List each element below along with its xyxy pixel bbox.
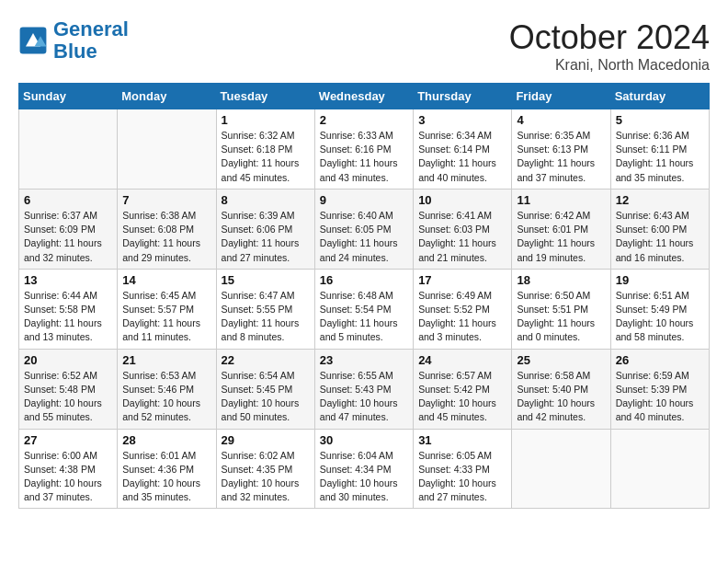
weekday-header: Thursday xyxy=(414,84,512,109)
day-number: 4 xyxy=(517,113,605,127)
day-number: 23 xyxy=(320,353,408,367)
day-number: 13 xyxy=(24,273,112,287)
day-number: 21 xyxy=(122,353,210,367)
day-number: 24 xyxy=(418,353,506,367)
day-info: Sunrise: 6:02 AMSunset: 4:35 PMDaylight:… xyxy=(222,449,310,505)
day-number: 19 xyxy=(616,273,704,287)
calendar-cell xyxy=(118,109,216,190)
day-number: 14 xyxy=(122,273,210,287)
day-number: 25 xyxy=(517,353,605,367)
day-info: Sunrise: 6:58 AMSunset: 5:40 PMDaylight:… xyxy=(517,369,605,425)
day-info: Sunrise: 6:38 AMSunset: 6:08 PMDaylight:… xyxy=(122,209,210,265)
day-info: Sunrise: 6:42 AMSunset: 6:01 PMDaylight:… xyxy=(517,209,605,265)
calendar-cell: 14Sunrise: 6:45 AMSunset: 5:57 PMDayligh… xyxy=(118,269,216,349)
day-number: 28 xyxy=(122,433,210,447)
day-info: Sunrise: 6:48 AMSunset: 5:54 PMDaylight:… xyxy=(320,289,408,345)
day-info: Sunrise: 6:53 AMSunset: 5:46 PMDaylight:… xyxy=(122,369,210,425)
weekday-header: Saturday xyxy=(610,84,709,109)
calendar-week-row: 13Sunrise: 6:44 AMSunset: 5:58 PMDayligh… xyxy=(19,269,710,349)
weekday-header: Wednesday xyxy=(314,84,413,109)
calendar-cell: 7Sunrise: 6:38 AMSunset: 6:08 PMDaylight… xyxy=(118,189,216,269)
day-info: Sunrise: 6:50 AMSunset: 5:51 PMDaylight:… xyxy=(517,289,605,345)
calendar-cell: 9Sunrise: 6:40 AMSunset: 6:05 PMDaylight… xyxy=(314,189,413,269)
calendar-cell: 29Sunrise: 6:02 AMSunset: 4:35 PMDayligh… xyxy=(216,429,314,509)
day-number: 1 xyxy=(222,113,310,127)
day-info: Sunrise: 6:36 AMSunset: 6:11 PMDaylight:… xyxy=(616,129,704,185)
day-number: 9 xyxy=(320,193,408,207)
day-number: 6 xyxy=(24,193,112,207)
day-number: 29 xyxy=(222,433,310,447)
day-number: 15 xyxy=(222,273,310,287)
calendar-week-row: 6Sunrise: 6:37 AMSunset: 6:09 PMDaylight… xyxy=(19,189,710,269)
day-number: 31 xyxy=(418,433,506,447)
day-info: Sunrise: 6:43 AMSunset: 6:00 PMDaylight:… xyxy=(616,209,704,265)
calendar-cell: 2Sunrise: 6:33 AMSunset: 6:16 PMDaylight… xyxy=(314,109,413,190)
calendar-header: SundayMondayTuesdayWednesdayThursdayFrid… xyxy=(19,84,710,109)
day-info: Sunrise: 6:05 AMSunset: 4:33 PMDaylight:… xyxy=(418,449,506,505)
calendar-cell: 18Sunrise: 6:50 AMSunset: 5:51 PMDayligh… xyxy=(512,269,610,349)
calendar-cell: 17Sunrise: 6:49 AMSunset: 5:52 PMDayligh… xyxy=(414,269,512,349)
weekday-header: Tuesday xyxy=(216,84,314,109)
calendar-week-row: 1Sunrise: 6:32 AMSunset: 6:18 PMDaylight… xyxy=(19,109,710,190)
calendar-cell xyxy=(512,429,610,509)
day-info: Sunrise: 6:39 AMSunset: 6:06 PMDaylight:… xyxy=(222,209,310,265)
day-number: 20 xyxy=(24,353,112,367)
day-number: 3 xyxy=(418,113,506,127)
day-info: Sunrise: 6:49 AMSunset: 5:52 PMDaylight:… xyxy=(418,289,506,345)
calendar-cell: 1Sunrise: 6:32 AMSunset: 6:18 PMDaylight… xyxy=(216,109,314,190)
day-info: Sunrise: 6:35 AMSunset: 6:13 PMDaylight:… xyxy=(517,129,605,185)
day-number: 16 xyxy=(320,273,408,287)
calendar-cell: 5Sunrise: 6:36 AMSunset: 6:11 PMDaylight… xyxy=(610,109,709,190)
day-info: Sunrise: 6:55 AMSunset: 5:43 PMDaylight:… xyxy=(320,369,408,425)
page-header: General Blue October 2024 Krani, North M… xyxy=(18,18,710,74)
day-info: Sunrise: 6:40 AMSunset: 6:05 PMDaylight:… xyxy=(320,209,408,265)
location: Krani, North Macedonia xyxy=(509,57,710,74)
day-info: Sunrise: 6:33 AMSunset: 6:16 PMDaylight:… xyxy=(320,129,408,185)
calendar-cell: 16Sunrise: 6:48 AMSunset: 5:54 PMDayligh… xyxy=(314,269,413,349)
day-info: Sunrise: 6:59 AMSunset: 5:39 PMDaylight:… xyxy=(616,369,704,425)
calendar-cell xyxy=(19,109,118,190)
calendar-cell: 12Sunrise: 6:43 AMSunset: 6:00 PMDayligh… xyxy=(610,189,709,269)
day-info: Sunrise: 6:54 AMSunset: 5:45 PMDaylight:… xyxy=(222,369,310,425)
logo-text: General Blue xyxy=(53,18,129,63)
logo-icon xyxy=(18,26,48,55)
calendar-cell xyxy=(610,429,709,509)
calendar-cell: 23Sunrise: 6:55 AMSunset: 5:43 PMDayligh… xyxy=(314,349,413,429)
day-info: Sunrise: 6:44 AMSunset: 5:58 PMDaylight:… xyxy=(24,289,112,345)
calendar-cell: 30Sunrise: 6:04 AMSunset: 4:34 PMDayligh… xyxy=(314,429,413,509)
weekday-header: Sunday xyxy=(19,84,118,109)
day-info: Sunrise: 6:45 AMSunset: 5:57 PMDaylight:… xyxy=(122,289,210,345)
day-number: 7 xyxy=(122,193,210,207)
day-number: 8 xyxy=(222,193,310,207)
logo: General Blue xyxy=(18,18,129,63)
day-info: Sunrise: 6:57 AMSunset: 5:42 PMDaylight:… xyxy=(418,369,506,425)
day-info: Sunrise: 6:32 AMSunset: 6:18 PMDaylight:… xyxy=(222,129,310,185)
day-info: Sunrise: 6:34 AMSunset: 6:14 PMDaylight:… xyxy=(418,129,506,185)
calendar-body: 1Sunrise: 6:32 AMSunset: 6:18 PMDaylight… xyxy=(19,109,710,509)
calendar-cell: 31Sunrise: 6:05 AMSunset: 4:33 PMDayligh… xyxy=(414,429,512,509)
calendar-cell: 10Sunrise: 6:41 AMSunset: 6:03 PMDayligh… xyxy=(414,189,512,269)
day-number: 22 xyxy=(222,353,310,367)
day-info: Sunrise: 6:51 AMSunset: 5:49 PMDaylight:… xyxy=(616,289,704,345)
day-info: Sunrise: 6:41 AMSunset: 6:03 PMDaylight:… xyxy=(418,209,506,265)
day-number: 18 xyxy=(517,273,605,287)
month-title: October 2024 xyxy=(509,18,710,57)
calendar-cell: 4Sunrise: 6:35 AMSunset: 6:13 PMDaylight… xyxy=(512,109,610,190)
calendar-table: SundayMondayTuesdayWednesdayThursdayFrid… xyxy=(18,83,710,509)
calendar-cell: 22Sunrise: 6:54 AMSunset: 5:45 PMDayligh… xyxy=(216,349,314,429)
day-info: Sunrise: 6:47 AMSunset: 5:55 PMDaylight:… xyxy=(222,289,310,345)
calendar-cell: 3Sunrise: 6:34 AMSunset: 6:14 PMDaylight… xyxy=(414,109,512,190)
title-block: October 2024 Krani, North Macedonia xyxy=(509,18,710,74)
calendar-week-row: 27Sunrise: 6:00 AMSunset: 4:38 PMDayligh… xyxy=(19,429,710,509)
weekday-header: Monday xyxy=(118,84,216,109)
day-number: 2 xyxy=(320,113,408,127)
day-number: 26 xyxy=(616,353,704,367)
calendar-cell: 19Sunrise: 6:51 AMSunset: 5:49 PMDayligh… xyxy=(610,269,709,349)
calendar-cell: 26Sunrise: 6:59 AMSunset: 5:39 PMDayligh… xyxy=(610,349,709,429)
calendar-cell: 28Sunrise: 6:01 AMSunset: 4:36 PMDayligh… xyxy=(118,429,216,509)
calendar-cell: 21Sunrise: 6:53 AMSunset: 5:46 PMDayligh… xyxy=(118,349,216,429)
day-info: Sunrise: 6:00 AMSunset: 4:38 PMDaylight:… xyxy=(24,449,112,505)
calendar-cell: 6Sunrise: 6:37 AMSunset: 6:09 PMDaylight… xyxy=(19,189,118,269)
day-info: Sunrise: 6:52 AMSunset: 5:48 PMDaylight:… xyxy=(24,369,112,425)
calendar-week-row: 20Sunrise: 6:52 AMSunset: 5:48 PMDayligh… xyxy=(19,349,710,429)
